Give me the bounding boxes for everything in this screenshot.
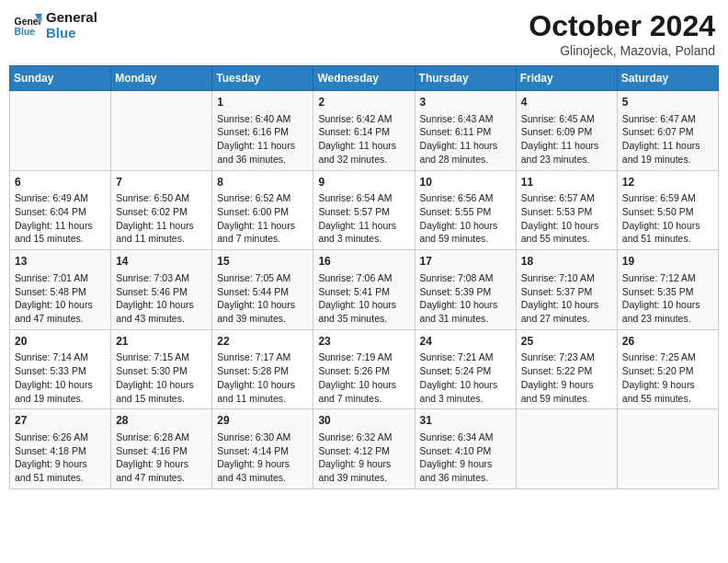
day-info: Sunrise: 6:43 AM Sunset: 6:11 PM Dayligh… [420, 112, 511, 167]
calendar-cell [10, 91, 111, 171]
day-number: 20 [15, 334, 106, 350]
day-info: Sunrise: 6:45 AM Sunset: 6:09 PM Dayligh… [521, 112, 612, 167]
day-number: 16 [318, 254, 409, 270]
day-info: Sunrise: 7:21 AM Sunset: 5:24 PM Dayligh… [420, 350, 511, 405]
calendar-cell: 9Sunrise: 6:54 AM Sunset: 5:57 PM Daylig… [313, 170, 415, 250]
page-header: General Blue General Blue October 2024 G… [9, 9, 719, 58]
day-info: Sunrise: 7:19 AM Sunset: 5:26 PM Dayligh… [318, 350, 409, 405]
calendar-cell: 3Sunrise: 6:43 AM Sunset: 6:11 PM Daylig… [415, 91, 516, 171]
day-info: Sunrise: 7:15 AM Sunset: 5:30 PM Dayligh… [116, 350, 207, 405]
calendar-cell: 11Sunrise: 6:57 AM Sunset: 5:53 PM Dayli… [516, 170, 617, 250]
calendar-cell: 31Sunrise: 6:34 AM Sunset: 4:10 PM Dayli… [415, 409, 516, 489]
calendar-cell: 12Sunrise: 6:59 AM Sunset: 5:50 PM Dayli… [617, 170, 718, 250]
weekday-header-row: SundayMondayTuesdayWednesdayThursdayFrid… [10, 66, 719, 91]
week-row-3: 13Sunrise: 7:01 AM Sunset: 5:48 PM Dayli… [10, 250, 719, 330]
calendar-cell: 28Sunrise: 6:28 AM Sunset: 4:16 PM Dayli… [111, 409, 212, 489]
day-info: Sunrise: 6:57 AM Sunset: 5:53 PM Dayligh… [521, 191, 612, 246]
day-info: Sunrise: 7:08 AM Sunset: 5:39 PM Dayligh… [420, 271, 511, 326]
week-row-5: 27Sunrise: 6:26 AM Sunset: 4:18 PM Dayli… [10, 409, 719, 489]
day-number: 5 [622, 95, 713, 110]
day-number: 24 [420, 334, 511, 350]
calendar-cell: 18Sunrise: 7:10 AM Sunset: 5:37 PM Dayli… [516, 250, 617, 330]
day-number: 2 [318, 95, 409, 110]
logo: General Blue General Blue [13, 9, 97, 40]
day-info: Sunrise: 6:34 AM Sunset: 4:10 PM Dayligh… [420, 431, 511, 485]
weekday-header-sunday: Sunday [10, 66, 111, 91]
calendar-cell: 27Sunrise: 6:26 AM Sunset: 4:18 PM Dayli… [10, 409, 111, 489]
calendar-cell: 14Sunrise: 7:03 AM Sunset: 5:46 PM Dayli… [111, 250, 212, 330]
day-number: 14 [116, 254, 207, 270]
day-number: 4 [521, 95, 612, 110]
day-number: 9 [318, 175, 409, 190]
calendar-cell: 25Sunrise: 7:23 AM Sunset: 5:22 PM Dayli… [516, 329, 617, 409]
calendar-cell: 30Sunrise: 6:32 AM Sunset: 4:12 PM Dayli… [313, 409, 415, 489]
day-info: Sunrise: 7:05 AM Sunset: 5:44 PM Dayligh… [217, 271, 308, 326]
calendar-cell: 22Sunrise: 7:17 AM Sunset: 5:28 PM Dayli… [212, 329, 313, 409]
day-info: Sunrise: 7:25 AM Sunset: 5:20 PM Dayligh… [622, 350, 713, 405]
day-info: Sunrise: 6:30 AM Sunset: 4:14 PM Dayligh… [217, 431, 308, 485]
week-row-1: 1Sunrise: 6:40 AM Sunset: 6:16 PM Daylig… [10, 91, 719, 171]
day-info: Sunrise: 7:12 AM Sunset: 5:35 PM Dayligh… [622, 271, 713, 326]
calendar-cell: 7Sunrise: 6:50 AM Sunset: 6:02 PM Daylig… [111, 170, 212, 250]
weekday-header-tuesday: Tuesday [212, 66, 313, 91]
calendar-cell: 21Sunrise: 7:15 AM Sunset: 5:30 PM Dayli… [111, 329, 212, 409]
calendar-cell: 16Sunrise: 7:06 AM Sunset: 5:41 PM Dayli… [313, 250, 415, 330]
day-number: 11 [521, 175, 612, 190]
calendar-cell: 6Sunrise: 6:49 AM Sunset: 6:04 PM Daylig… [10, 170, 111, 250]
logo-icon: General Blue [13, 10, 42, 40]
day-info: Sunrise: 6:49 AM Sunset: 6:04 PM Dayligh… [15, 191, 106, 246]
calendar-cell [516, 409, 617, 489]
day-number: 3 [420, 95, 511, 110]
calendar-cell: 1Sunrise: 6:40 AM Sunset: 6:16 PM Daylig… [212, 91, 313, 171]
day-number: 1 [217, 95, 308, 110]
calendar-cell: 4Sunrise: 6:45 AM Sunset: 6:09 PM Daylig… [516, 91, 617, 171]
day-info: Sunrise: 6:28 AM Sunset: 4:16 PM Dayligh… [116, 431, 207, 485]
svg-text:Blue: Blue [15, 27, 36, 37]
day-info: Sunrise: 6:32 AM Sunset: 4:12 PM Dayligh… [318, 431, 409, 485]
weekday-header-wednesday: Wednesday [313, 66, 415, 91]
day-number: 12 [622, 175, 713, 190]
weekday-header-thursday: Thursday [415, 66, 516, 91]
logo-name-blue: Blue [46, 25, 97, 40]
day-number: 29 [217, 413, 308, 429]
day-number: 25 [521, 334, 612, 350]
day-number: 18 [521, 254, 612, 270]
day-number: 8 [217, 175, 308, 190]
day-info: Sunrise: 6:26 AM Sunset: 4:18 PM Dayligh… [15, 431, 106, 485]
week-row-4: 20Sunrise: 7:14 AM Sunset: 5:33 PM Dayli… [10, 329, 719, 409]
day-info: Sunrise: 6:47 AM Sunset: 6:07 PM Dayligh… [622, 112, 713, 167]
month-title: October 2024 [529, 9, 715, 43]
day-number: 13 [15, 254, 106, 270]
day-number: 17 [420, 254, 511, 270]
calendar-cell: 24Sunrise: 7:21 AM Sunset: 5:24 PM Dayli… [415, 329, 516, 409]
day-info: Sunrise: 7:17 AM Sunset: 5:28 PM Dayligh… [217, 350, 308, 405]
calendar-cell: 17Sunrise: 7:08 AM Sunset: 5:39 PM Dayli… [415, 250, 516, 330]
day-number: 22 [217, 334, 308, 350]
weekday-header-friday: Friday [516, 66, 617, 91]
location-subtitle: Glinojeck, Mazovia, Poland [529, 43, 715, 58]
day-number: 27 [15, 413, 106, 429]
day-number: 21 [116, 334, 207, 350]
day-info: Sunrise: 7:06 AM Sunset: 5:41 PM Dayligh… [318, 271, 409, 326]
calendar-cell: 10Sunrise: 6:56 AM Sunset: 5:55 PM Dayli… [415, 170, 516, 250]
calendar-cell [617, 409, 718, 489]
day-info: Sunrise: 7:01 AM Sunset: 5:48 PM Dayligh… [15, 271, 106, 326]
day-number: 19 [622, 254, 713, 270]
calendar-cell [111, 91, 212, 171]
day-number: 7 [116, 175, 207, 190]
day-info: Sunrise: 6:52 AM Sunset: 6:00 PM Dayligh… [217, 191, 308, 246]
day-number: 6 [15, 175, 106, 190]
day-info: Sunrise: 7:23 AM Sunset: 5:22 PM Dayligh… [521, 350, 612, 405]
day-info: Sunrise: 6:42 AM Sunset: 6:14 PM Dayligh… [318, 112, 409, 167]
day-number: 30 [318, 413, 409, 429]
day-info: Sunrise: 7:10 AM Sunset: 5:37 PM Dayligh… [521, 271, 612, 326]
calendar-cell: 15Sunrise: 7:05 AM Sunset: 5:44 PM Dayli… [212, 250, 313, 330]
day-number: 15 [217, 254, 308, 270]
day-number: 26 [622, 334, 713, 350]
calendar-cell: 23Sunrise: 7:19 AM Sunset: 5:26 PM Dayli… [313, 329, 415, 409]
calendar-cell: 29Sunrise: 6:30 AM Sunset: 4:14 PM Dayli… [212, 409, 313, 489]
day-number: 10 [420, 175, 511, 190]
day-info: Sunrise: 6:40 AM Sunset: 6:16 PM Dayligh… [217, 112, 308, 167]
calendar-cell: 2Sunrise: 6:42 AM Sunset: 6:14 PM Daylig… [313, 91, 415, 171]
day-info: Sunrise: 6:56 AM Sunset: 5:55 PM Dayligh… [420, 191, 511, 246]
